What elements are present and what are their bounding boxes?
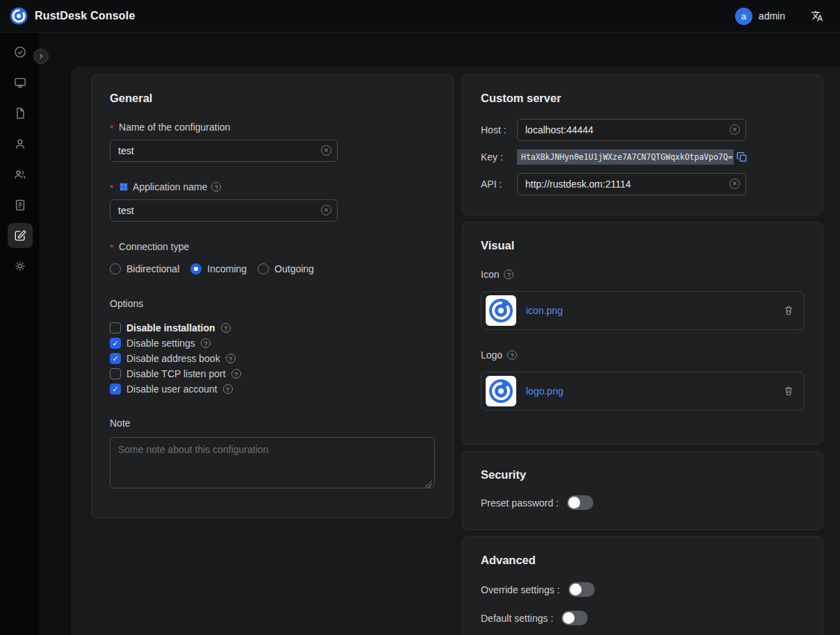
checkbox-disable-installation[interactable]: Disable installation — [110, 320, 435, 336]
connection-type-radios: Bidirectional Incoming Outgoing — [110, 263, 435, 274]
host-label: Host : — [481, 124, 517, 135]
checkbox-label: Disable TCP listen port — [126, 368, 226, 379]
api-label: API : — [481, 179, 517, 190]
sidebar-expand-button[interactable] — [33, 49, 49, 64]
checkbox-label: Disable settings — [126, 338, 195, 349]
toggle-knob — [568, 497, 580, 509]
toggle-knob — [570, 584, 582, 595]
connection-type-label: Connection type — [119, 241, 189, 252]
connection-type-label-row: Connection type — [110, 241, 435, 252]
override-settings-label: Override settings : — [481, 584, 560, 595]
document-icon — [13, 106, 27, 120]
dashboard-icon — [13, 45, 27, 59]
sidebar-item-custom-client[interactable] — [8, 223, 33, 248]
delete-logo-button[interactable] — [783, 386, 794, 397]
preset-password-row: Preset password : — [481, 495, 805, 510]
clear-input-icon[interactable] — [321, 205, 331, 215]
brand: RustDesk Console — [10, 7, 135, 25]
help-icon — [201, 338, 211, 348]
host-input[interactable] — [517, 119, 746, 141]
clear-input-icon[interactable] — [730, 124, 740, 135]
key-label: Key : — [481, 151, 517, 163]
application-name-input[interactable] — [110, 199, 338, 222]
logo-label-row: Logo — [481, 349, 805, 361]
content-panel: General Name of the configuration — [71, 67, 840, 635]
required-asterisk — [110, 122, 115, 133]
preset-password-label: Preset password : — [481, 497, 559, 509]
preset-password-toggle[interactable] — [567, 495, 593, 510]
checkbox-disable-tcp-listen-port[interactable]: Disable TCP listen port — [110, 366, 435, 381]
audit-log-icon — [13, 198, 27, 212]
users-icon — [13, 167, 27, 181]
user-avatar[interactable]: a — [735, 8, 752, 25]
checkbox-disable-settings[interactable]: Disable settings — [110, 336, 435, 351]
radio-outgoing[interactable]: Outgoing — [258, 263, 314, 274]
api-input[interactable] — [517, 173, 746, 195]
default-settings-row: Default settings : — [481, 611, 805, 625]
top-bar: RustDesk Console a admin — [0, 0, 840, 33]
logo-file-box: logo.png — [481, 372, 805, 411]
logo-preview — [486, 376, 516, 406]
security-title: Security — [481, 468, 805, 481]
radio-button — [190, 263, 201, 274]
toggle-knob — [563, 612, 575, 624]
api-row: API : — [481, 173, 805, 195]
radio-button — [110, 263, 121, 274]
sidebar-item-users[interactable] — [8, 162, 33, 187]
custom-server-card: Custom server Host : Key : HtaXBkJNHyn0e… — [462, 74, 823, 215]
copy-key-button[interactable] — [735, 150, 749, 164]
sidebar-item-documents[interactable] — [8, 101, 33, 126]
delete-icon-button[interactable] — [783, 305, 794, 316]
sidebar-item-logs[interactable] — [8, 192, 33, 217]
checkbox-disable-user-account[interactable]: Disable user account — [110, 381, 435, 397]
app-field-label: Application name — [133, 181, 207, 192]
key-value: HtaXBkJNHyn0e1U1jWXze7A7CN7QTGWqxkOtpaVp… — [521, 152, 733, 162]
radio-bidirectional[interactable]: Bidirectional — [110, 263, 179, 274]
rustdesk-logo-icon — [10, 7, 28, 25]
clear-input-icon[interactable] — [321, 145, 331, 156]
language-button[interactable] — [811, 10, 823, 22]
default-settings-toggle[interactable] — [561, 611, 588, 625]
trash-icon — [783, 305, 794, 316]
default-settings-label: Default settings : — [481, 613, 553, 624]
sidebar-item-settings[interactable] — [8, 254, 33, 279]
radio-label: Outgoing — [274, 263, 314, 274]
required-asterisk — [110, 181, 115, 192]
logo-file-link[interactable]: logo.png — [526, 386, 563, 397]
checkbox — [110, 368, 121, 379]
sidebar-item-dashboard[interactable] — [8, 40, 33, 65]
windows-icon — [119, 182, 129, 192]
copy-icon — [736, 151, 748, 163]
sidebar-item-user[interactable] — [8, 131, 33, 156]
app-title: RustDesk Console — [35, 10, 135, 22]
sidebar — [0, 33, 40, 635]
note-textarea[interactable] — [110, 437, 435, 488]
advanced-title: Advanced — [481, 554, 805, 567]
custom-server-title: Custom server — [481, 92, 805, 105]
rustdesk-logo-icon — [488, 379, 513, 404]
icon-preview — [486, 295, 516, 326]
help-icon — [226, 354, 236, 363]
monitor-icon — [13, 76, 27, 90]
help-icon — [221, 323, 231, 333]
checkbox — [110, 353, 121, 364]
resize-handle[interactable] — [425, 481, 432, 488]
clear-input-icon[interactable] — [730, 179, 740, 189]
radio-incoming[interactable]: Incoming — [190, 263, 247, 274]
configuration-name-input[interactable] — [110, 140, 338, 162]
api-input-wrapper — [517, 173, 746, 195]
trash-icon — [783, 386, 794, 397]
help-icon — [231, 369, 241, 379]
name-input-wrapper — [110, 140, 338, 162]
key-value-box[interactable]: HtaXBkJNHyn0e1U1jWXze7A7CN7QTGWqxkOtpaVp… — [517, 149, 734, 165]
name-field-label: Name of the configuration — [119, 122, 230, 133]
override-settings-toggle[interactable] — [568, 582, 595, 597]
host-input-wrapper — [517, 119, 746, 141]
sidebar-item-devices[interactable] — [8, 70, 33, 95]
checkbox-label: Disable installation — [126, 322, 215, 333]
user-icon — [13, 137, 27, 151]
user-name[interactable]: admin — [759, 10, 785, 22]
checkbox-disable-address-book[interactable]: Disable address book — [110, 351, 435, 366]
help-icon — [504, 270, 513, 279]
icon-file-link[interactable]: icon.png — [526, 305, 563, 316]
